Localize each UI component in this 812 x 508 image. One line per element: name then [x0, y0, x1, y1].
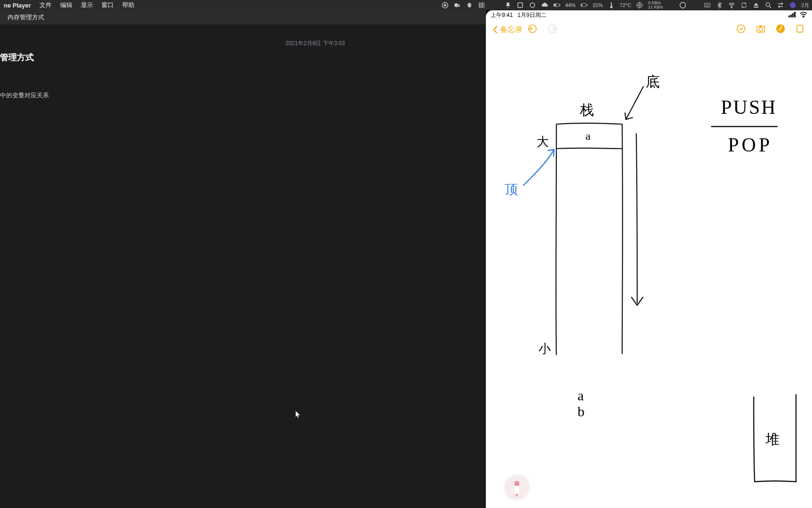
- back-to-notes-button[interactable]: 备忘录: [492, 25, 523, 35]
- notes-toolbar: 备忘录: [486, 20, 812, 40]
- svg-point-20: [680, 2, 686, 8]
- svg-rect-7: [484, 2, 484, 8]
- redo-button[interactable]: [547, 24, 557, 36]
- globe-icon[interactable]: [636, 1, 643, 9]
- search-icon[interactable]: [765, 1, 772, 9]
- battery1-icon: [553, 1, 561, 9]
- svg-rect-25: [706, 6, 709, 6]
- battery2-icon: [580, 1, 588, 9]
- svg-rect-9: [518, 3, 523, 8]
- left-note-panel: 内存管理方式 2021年2月8日 下午3:03 管理方式 中的变量对应关系: [0, 10, 486, 508]
- macos-menubar: ne Player 文件 编辑 显示 窗口 帮助: [0, 0, 812, 10]
- ipad-notes-panel: 上午9:41 1月9日周二 备忘录: [486, 10, 812, 508]
- square-icon[interactable]: [516, 1, 524, 9]
- app-name: ne Player: [4, 2, 31, 9]
- checklist-button[interactable]: [736, 24, 746, 36]
- wifi-icon[interactable]: [728, 1, 735, 9]
- bell-icon[interactable]: [504, 1, 512, 9]
- svg-rect-16: [581, 4, 582, 6]
- control-center-icon[interactable]: [777, 1, 784, 9]
- svg-point-23: [707, 4, 708, 5]
- sketch-big-label: 大: [537, 134, 549, 150]
- camera-button[interactable]: [756, 24, 766, 36]
- sketch-pop-label: POP: [728, 134, 773, 156]
- circle-icon[interactable]: [529, 1, 536, 9]
- note-tab[interactable]: 内存管理方式: [3, 11, 49, 24]
- pencil-tool-pod[interactable]: ✕: [505, 475, 529, 500]
- svg-point-31: [790, 2, 796, 8]
- temperature: 72°C: [620, 2, 632, 8]
- qq-icon[interactable]: [466, 1, 473, 9]
- svg-rect-34: [792, 13, 794, 17]
- svg-point-24: [708, 4, 709, 5]
- sketch-heap-label: 堆: [765, 430, 780, 449]
- moon-icon[interactable]: [691, 1, 699, 9]
- menu-help[interactable]: 帮助: [122, 1, 134, 9]
- thermo-icon: [608, 1, 615, 9]
- menu-edit[interactable]: 编辑: [60, 1, 72, 9]
- menubar-date[interactable]: 2月: [801, 2, 809, 9]
- new-note-button[interactable]: [795, 24, 805, 36]
- svg-point-36: [803, 16, 804, 17]
- record-icon[interactable]: [441, 1, 449, 9]
- svg-point-4: [468, 3, 471, 8]
- svg-point-39: [737, 25, 745, 33]
- svg-rect-21: [704, 3, 710, 7]
- sync-icon[interactable]: [740, 1, 748, 9]
- svg-rect-35: [794, 12, 796, 17]
- sketch-ab-label: a b: [578, 388, 588, 420]
- sketch-top-cell: a: [586, 130, 591, 143]
- svg-point-10: [530, 3, 535, 8]
- close-icon[interactable]: ✕: [515, 493, 519, 498]
- battery1-percent: 44%: [565, 2, 576, 8]
- mouse-cursor-icon: [295, 410, 302, 421]
- svg-point-29: [781, 3, 782, 5]
- sketch-push-label: PUSH: [721, 96, 777, 119]
- svg-rect-12: [559, 4, 560, 6]
- svg-rect-33: [790, 15, 792, 17]
- note-subline: 中的变量对应关系: [0, 91, 49, 100]
- menu-view[interactable]: 显示: [81, 1, 93, 9]
- grid-icon[interactable]: [478, 1, 485, 9]
- dnd-icon[interactable]: [679, 1, 687, 9]
- svg-point-3: [457, 4, 460, 7]
- svg-rect-43: [797, 25, 803, 32]
- ipad-status-bar: 上午9:41 1月9日周二: [486, 10, 812, 20]
- eject-icon[interactable]: [752, 1, 760, 9]
- svg-rect-27: [754, 7, 758, 8]
- notes-drawing-canvas[interactable]: 栈 a 大 小 顶 底 a b PUSH POP 堆 ✕: [486, 40, 812, 508]
- undo-button[interactable]: [527, 24, 538, 36]
- svg-point-26: [731, 7, 732, 8]
- svg-point-28: [766, 3, 770, 7]
- signal-icon: [789, 12, 797, 19]
- sketch-top-pointer-label: 顶: [505, 181, 518, 198]
- note-title: 管理方式: [0, 52, 34, 63]
- svg-point-18: [610, 6, 612, 8]
- bluetooth-icon[interactable]: [716, 1, 723, 9]
- note-timestamp: 2021年2月8日 下午3:03: [285, 40, 345, 48]
- back-label: 备忘录: [500, 25, 523, 35]
- ipad-date: 1月9日周二: [517, 11, 546, 19]
- ipad-wifi-icon: [800, 12, 807, 19]
- sketch-stack-label: 栈: [580, 101, 594, 120]
- svg-point-22: [705, 4, 706, 5]
- menu-window[interactable]: 窗口: [102, 1, 114, 9]
- markup-button[interactable]: [775, 24, 786, 36]
- svg-rect-13: [554, 4, 556, 6]
- sketch-bottom-pointer-label: 底: [646, 72, 660, 92]
- svg-point-8: [508, 7, 508, 8]
- svg-rect-32: [789, 16, 790, 17]
- wechat-icon[interactable]: [453, 1, 461, 9]
- menu-file[interactable]: 文件: [39, 1, 52, 9]
- cloud-icon[interactable]: [541, 1, 548, 9]
- siri-icon[interactable]: [789, 1, 796, 9]
- svg-rect-15: [586, 4, 587, 6]
- sketch-small-label: 小: [539, 341, 551, 357]
- svg-point-41: [759, 28, 762, 31]
- svg-rect-5: [479, 2, 481, 8]
- keyboard-icon[interactable]: [703, 1, 711, 9]
- svg-rect-6: [481, 2, 483, 8]
- svg-point-30: [778, 6, 780, 8]
- net-speed: 0 KB/s 11 KB/s: [648, 1, 663, 9]
- battery2-percent: 15%: [593, 2, 603, 8]
